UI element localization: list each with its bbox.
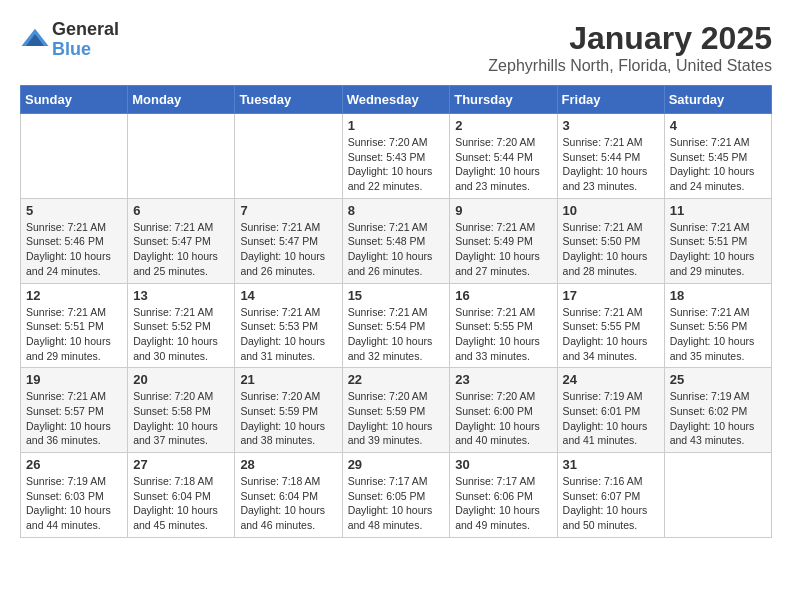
day-number: 7 xyxy=(240,203,336,218)
logo-text: General Blue xyxy=(52,20,119,60)
month-title: January 2025 xyxy=(488,20,772,57)
logo-general-label: General xyxy=(52,20,119,40)
calendar-cell: 18Sunrise: 7:21 AM Sunset: 5:56 PM Dayli… xyxy=(664,283,771,368)
day-info: Sunrise: 7:21 AM Sunset: 5:50 PM Dayligh… xyxy=(563,220,659,279)
calendar-cell: 19Sunrise: 7:21 AM Sunset: 5:57 PM Dayli… xyxy=(21,368,128,453)
weekday-header-tuesday: Tuesday xyxy=(235,86,342,114)
day-info: Sunrise: 7:20 AM Sunset: 5:59 PM Dayligh… xyxy=(240,389,336,448)
day-info: Sunrise: 7:20 AM Sunset: 5:43 PM Dayligh… xyxy=(348,135,445,194)
day-info: Sunrise: 7:21 AM Sunset: 5:55 PM Dayligh… xyxy=(563,305,659,364)
day-number: 13 xyxy=(133,288,229,303)
day-number: 22 xyxy=(348,372,445,387)
calendar-cell: 5Sunrise: 7:21 AM Sunset: 5:46 PM Daylig… xyxy=(21,198,128,283)
day-info: Sunrise: 7:21 AM Sunset: 5:56 PM Dayligh… xyxy=(670,305,766,364)
day-number: 27 xyxy=(133,457,229,472)
week-row-5: 26Sunrise: 7:19 AM Sunset: 6:03 PM Dayli… xyxy=(21,453,772,538)
logo-icon xyxy=(20,25,50,55)
day-info: Sunrise: 7:19 AM Sunset: 6:03 PM Dayligh… xyxy=(26,474,122,533)
calendar-cell xyxy=(664,453,771,538)
calendar-cell: 24Sunrise: 7:19 AM Sunset: 6:01 PM Dayli… xyxy=(557,368,664,453)
day-info: Sunrise: 7:20 AM Sunset: 5:59 PM Dayligh… xyxy=(348,389,445,448)
calendar-cell: 12Sunrise: 7:21 AM Sunset: 5:51 PM Dayli… xyxy=(21,283,128,368)
calendar-cell: 25Sunrise: 7:19 AM Sunset: 6:02 PM Dayli… xyxy=(664,368,771,453)
day-number: 24 xyxy=(563,372,659,387)
day-info: Sunrise: 7:20 AM Sunset: 6:00 PM Dayligh… xyxy=(455,389,551,448)
weekday-header-thursday: Thursday xyxy=(450,86,557,114)
day-number: 4 xyxy=(670,118,766,133)
day-number: 28 xyxy=(240,457,336,472)
day-number: 10 xyxy=(563,203,659,218)
day-number: 9 xyxy=(455,203,551,218)
day-info: Sunrise: 7:17 AM Sunset: 6:05 PM Dayligh… xyxy=(348,474,445,533)
calendar-cell xyxy=(128,114,235,199)
day-number: 19 xyxy=(26,372,122,387)
week-row-4: 19Sunrise: 7:21 AM Sunset: 5:57 PM Dayli… xyxy=(21,368,772,453)
week-row-3: 12Sunrise: 7:21 AM Sunset: 5:51 PM Dayli… xyxy=(21,283,772,368)
calendar-cell: 3Sunrise: 7:21 AM Sunset: 5:44 PM Daylig… xyxy=(557,114,664,199)
week-row-1: 1Sunrise: 7:20 AM Sunset: 5:43 PM Daylig… xyxy=(21,114,772,199)
day-number: 23 xyxy=(455,372,551,387)
day-number: 11 xyxy=(670,203,766,218)
day-number: 1 xyxy=(348,118,445,133)
day-info: Sunrise: 7:19 AM Sunset: 6:02 PM Dayligh… xyxy=(670,389,766,448)
day-number: 14 xyxy=(240,288,336,303)
calendar-cell: 17Sunrise: 7:21 AM Sunset: 5:55 PM Dayli… xyxy=(557,283,664,368)
day-number: 21 xyxy=(240,372,336,387)
day-info: Sunrise: 7:21 AM Sunset: 5:46 PM Dayligh… xyxy=(26,220,122,279)
day-info: Sunrise: 7:21 AM Sunset: 5:51 PM Dayligh… xyxy=(26,305,122,364)
logo-blue-label: Blue xyxy=(52,40,119,60)
calendar-cell: 9Sunrise: 7:21 AM Sunset: 5:49 PM Daylig… xyxy=(450,198,557,283)
day-info: Sunrise: 7:21 AM Sunset: 5:52 PM Dayligh… xyxy=(133,305,229,364)
day-number: 18 xyxy=(670,288,766,303)
day-info: Sunrise: 7:21 AM Sunset: 5:44 PM Dayligh… xyxy=(563,135,659,194)
calendar-cell: 13Sunrise: 7:21 AM Sunset: 5:52 PM Dayli… xyxy=(128,283,235,368)
day-info: Sunrise: 7:20 AM Sunset: 5:44 PM Dayligh… xyxy=(455,135,551,194)
calendar: SundayMondayTuesdayWednesdayThursdayFrid… xyxy=(20,85,772,538)
logo: General Blue xyxy=(20,20,119,60)
day-info: Sunrise: 7:20 AM Sunset: 5:58 PM Dayligh… xyxy=(133,389,229,448)
calendar-cell: 27Sunrise: 7:18 AM Sunset: 6:04 PM Dayli… xyxy=(128,453,235,538)
calendar-cell: 28Sunrise: 7:18 AM Sunset: 6:04 PM Dayli… xyxy=(235,453,342,538)
calendar-cell: 14Sunrise: 7:21 AM Sunset: 5:53 PM Dayli… xyxy=(235,283,342,368)
day-info: Sunrise: 7:21 AM Sunset: 5:48 PM Dayligh… xyxy=(348,220,445,279)
calendar-cell: 11Sunrise: 7:21 AM Sunset: 5:51 PM Dayli… xyxy=(664,198,771,283)
day-number: 6 xyxy=(133,203,229,218)
calendar-cell: 15Sunrise: 7:21 AM Sunset: 5:54 PM Dayli… xyxy=(342,283,450,368)
day-info: Sunrise: 7:21 AM Sunset: 5:54 PM Dayligh… xyxy=(348,305,445,364)
title-section: January 2025 Zephyrhills North, Florida,… xyxy=(488,20,772,75)
calendar-cell: 2Sunrise: 7:20 AM Sunset: 5:44 PM Daylig… xyxy=(450,114,557,199)
calendar-cell xyxy=(235,114,342,199)
calendar-cell: 6Sunrise: 7:21 AM Sunset: 5:47 PM Daylig… xyxy=(128,198,235,283)
day-info: Sunrise: 7:21 AM Sunset: 5:55 PM Dayligh… xyxy=(455,305,551,364)
day-info: Sunrise: 7:21 AM Sunset: 5:45 PM Dayligh… xyxy=(670,135,766,194)
day-info: Sunrise: 7:17 AM Sunset: 6:06 PM Dayligh… xyxy=(455,474,551,533)
day-info: Sunrise: 7:18 AM Sunset: 6:04 PM Dayligh… xyxy=(240,474,336,533)
calendar-cell: 7Sunrise: 7:21 AM Sunset: 5:47 PM Daylig… xyxy=(235,198,342,283)
day-info: Sunrise: 7:16 AM Sunset: 6:07 PM Dayligh… xyxy=(563,474,659,533)
calendar-cell: 29Sunrise: 7:17 AM Sunset: 6:05 PM Dayli… xyxy=(342,453,450,538)
day-number: 29 xyxy=(348,457,445,472)
day-number: 25 xyxy=(670,372,766,387)
calendar-cell: 1Sunrise: 7:20 AM Sunset: 5:43 PM Daylig… xyxy=(342,114,450,199)
day-number: 31 xyxy=(563,457,659,472)
day-number: 15 xyxy=(348,288,445,303)
day-number: 20 xyxy=(133,372,229,387)
calendar-cell: 21Sunrise: 7:20 AM Sunset: 5:59 PM Dayli… xyxy=(235,368,342,453)
day-number: 17 xyxy=(563,288,659,303)
header: General Blue January 2025 Zephyrhills No… xyxy=(20,20,772,75)
day-info: Sunrise: 7:21 AM Sunset: 5:57 PM Dayligh… xyxy=(26,389,122,448)
day-number: 5 xyxy=(26,203,122,218)
day-info: Sunrise: 7:21 AM Sunset: 5:53 PM Dayligh… xyxy=(240,305,336,364)
calendar-cell: 22Sunrise: 7:20 AM Sunset: 5:59 PM Dayli… xyxy=(342,368,450,453)
calendar-cell: 30Sunrise: 7:17 AM Sunset: 6:06 PM Dayli… xyxy=(450,453,557,538)
location-title: Zephyrhills North, Florida, United State… xyxy=(488,57,772,75)
calendar-cell: 10Sunrise: 7:21 AM Sunset: 5:50 PM Dayli… xyxy=(557,198,664,283)
weekday-header-sunday: Sunday xyxy=(21,86,128,114)
calendar-cell xyxy=(21,114,128,199)
day-number: 12 xyxy=(26,288,122,303)
calendar-cell: 4Sunrise: 7:21 AM Sunset: 5:45 PM Daylig… xyxy=(664,114,771,199)
weekday-header-friday: Friday xyxy=(557,86,664,114)
calendar-cell: 20Sunrise: 7:20 AM Sunset: 5:58 PM Dayli… xyxy=(128,368,235,453)
day-info: Sunrise: 7:19 AM Sunset: 6:01 PM Dayligh… xyxy=(563,389,659,448)
day-info: Sunrise: 7:21 AM Sunset: 5:47 PM Dayligh… xyxy=(133,220,229,279)
